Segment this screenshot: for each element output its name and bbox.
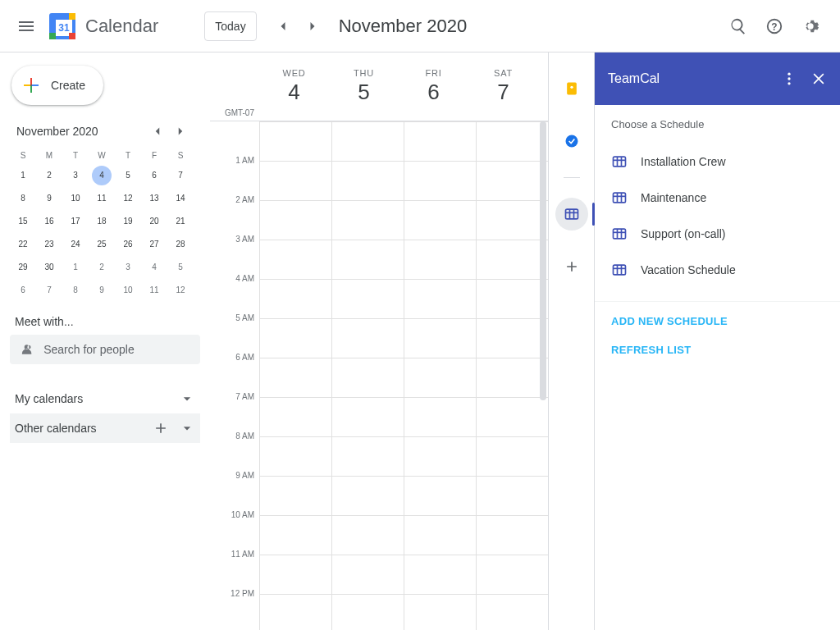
time-slot[interactable] [331, 397, 404, 436]
mini-day[interactable]: 21 [167, 210, 194, 233]
time-slot[interactable] [476, 555, 548, 594]
time-slot[interactable] [331, 436, 404, 476]
day-header[interactable]: THU5 [329, 52, 399, 121]
search-people-field[interactable] [10, 335, 200, 364]
settings-icon[interactable] [794, 10, 827, 43]
mini-next-button[interactable] [171, 121, 190, 141]
time-slot[interactable] [404, 240, 476, 279]
mini-day[interactable]: 12 [115, 187, 141, 210]
close-icon[interactable] [810, 71, 827, 87]
mini-day[interactable]: 15 [10, 210, 36, 233]
mini-day[interactable]: 19 [115, 210, 141, 233]
tasks-addon-icon[interactable] [555, 125, 588, 158]
next-period-button[interactable] [299, 13, 326, 39]
time-slot[interactable] [331, 200, 404, 240]
mini-day[interactable]: 11 [89, 187, 115, 210]
time-slot[interactable] [259, 358, 331, 397]
time-slot[interactable] [331, 318, 404, 358]
time-slot[interactable] [476, 436, 548, 476]
mini-day[interactable]: 17 [62, 210, 89, 233]
mini-day[interactable]: 23 [36, 233, 62, 256]
other-calendars-toggle[interactable]: Other calendars [10, 413, 200, 443]
time-slot[interactable] [259, 594, 331, 630]
add-calendar-icon[interactable] [153, 420, 169, 436]
mini-day[interactable]: 12 [167, 279, 194, 302]
time-slot[interactable] [404, 279, 476, 318]
time-slot[interactable] [476, 594, 548, 630]
time-slot[interactable] [404, 515, 476, 555]
mini-day[interactable]: 30 [36, 256, 62, 279]
time-slot[interactable] [259, 515, 331, 555]
mini-day[interactable]: 10 [62, 187, 89, 210]
time-slot[interactable] [476, 318, 548, 358]
get-addons-icon[interactable] [555, 250, 588, 283]
today-button[interactable]: Today [204, 11, 256, 41]
time-slot[interactable] [259, 161, 331, 200]
time-slot[interactable] [476, 121, 548, 161]
mini-day[interactable]: 5 [167, 256, 194, 279]
time-slot[interactable] [404, 318, 476, 358]
time-slot[interactable] [404, 555, 476, 594]
more-icon[interactable] [781, 71, 797, 87]
menu-icon[interactable] [7, 7, 46, 46]
schedule-item[interactable]: Installation Crew [611, 144, 824, 180]
mini-day[interactable]: 4 [89, 164, 115, 187]
mini-day[interactable]: 13 [141, 187, 167, 210]
mini-day[interactable]: 5 [115, 164, 141, 187]
mini-day[interactable]: 20 [141, 210, 167, 233]
add-new-schedule-link[interactable]: ADD NEW SCHEDULE [611, 315, 824, 327]
mini-day[interactable]: 7 [167, 164, 194, 187]
mini-day[interactable]: 25 [89, 233, 115, 256]
mini-day[interactable]: 10 [115, 279, 141, 302]
time-slot[interactable] [476, 240, 548, 279]
help-icon[interactable]: ? [758, 10, 791, 43]
time-slot[interactable] [331, 555, 404, 594]
time-slot[interactable] [476, 515, 548, 555]
mini-day[interactable]: 16 [36, 210, 62, 233]
mini-day[interactable]: 1 [10, 164, 36, 187]
mini-day[interactable]: 26 [115, 233, 141, 256]
time-slot[interactable] [476, 279, 548, 318]
mini-day[interactable]: 9 [36, 187, 62, 210]
time-slot[interactable] [404, 200, 476, 240]
time-slot[interactable] [404, 397, 476, 436]
schedule-item[interactable]: Support (on-call) [611, 216, 824, 252]
mini-day[interactable]: 24 [62, 233, 89, 256]
mini-day[interactable]: 8 [10, 187, 36, 210]
mini-day[interactable]: 9 [89, 279, 115, 302]
time-slot[interactable] [404, 358, 476, 397]
time-slot[interactable] [404, 121, 476, 161]
create-button[interactable]: Create [11, 66, 103, 105]
time-slot[interactable] [404, 594, 476, 630]
day-header[interactable]: WED4 [259, 52, 329, 121]
mini-day[interactable]: 11 [141, 279, 167, 302]
prev-period-button[interactable] [270, 13, 296, 39]
time-slot[interactable] [259, 397, 331, 436]
time-slot[interactable] [259, 279, 331, 318]
time-slot[interactable] [404, 476, 476, 515]
search-icon[interactable] [722, 10, 755, 43]
search-people-input[interactable] [43, 343, 190, 356]
mini-day[interactable]: 6 [141, 164, 167, 187]
time-slot[interactable] [476, 200, 548, 240]
time-slot[interactable] [404, 161, 476, 200]
mini-day[interactable]: 7 [36, 279, 62, 302]
time-slot[interactable] [476, 161, 548, 200]
my-calendars-toggle[interactable]: My calendars [10, 384, 200, 413]
mini-day[interactable]: 1 [62, 256, 89, 279]
time-slot[interactable] [476, 358, 548, 397]
day-header[interactable]: FRI6 [399, 52, 468, 121]
mini-day[interactable]: 22 [10, 233, 36, 256]
day-header[interactable]: SAT7 [468, 52, 538, 121]
time-slot[interactable] [331, 515, 404, 555]
mini-day[interactable]: 3 [62, 164, 89, 187]
refresh-list-link[interactable]: REFRESH LIST [611, 344, 824, 356]
schedule-item[interactable]: Vacation Schedule [611, 252, 824, 288]
time-slot[interactable] [259, 200, 331, 240]
time-slot[interactable] [331, 279, 404, 318]
time-slot[interactable] [259, 436, 331, 476]
mini-day[interactable]: 14 [167, 187, 194, 210]
mini-day[interactable]: 6 [10, 279, 36, 302]
teamcal-addon-icon[interactable] [555, 198, 588, 231]
scrollbar[interactable] [540, 121, 546, 400]
